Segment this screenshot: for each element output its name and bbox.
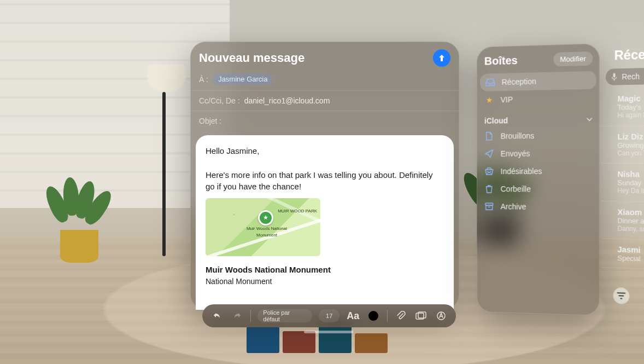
body-paragraph: Here's more info on that park I was tell… — [206, 169, 444, 193]
cc-from-field[interactable]: Cc/Cci, De : daniel_rico1@icloud.com — [190, 91, 459, 111]
mailbox-archive[interactable]: Archive — [477, 198, 600, 216]
text-color-button[interactable] — [366, 309, 380, 323]
mailboxes-title: Boîtes — [484, 54, 518, 68]
map-pin-label: Muir Woods National Monument — [245, 226, 289, 238]
archive-icon — [484, 203, 494, 210]
mailbox-label: Indésirables — [501, 167, 542, 176]
search-placeholder: Rech — [622, 72, 639, 81]
from-address: daniel_rico1@icloud.com — [244, 96, 330, 105]
junk-icon — [484, 167, 494, 175]
text-style-button[interactable]: Aa — [346, 309, 360, 323]
compose-title: Nouveau message — [199, 51, 305, 65]
account-name: iCloud — [484, 116, 508, 125]
paperplane-icon — [484, 149, 494, 158]
microphone-icon — [611, 72, 618, 81]
mailbox-label: VIP — [501, 95, 513, 105]
to-field[interactable]: À : Jasmine Garcia — [190, 68, 459, 91]
body-greeting: Hello Jasmine, — [206, 145, 444, 157]
mailbox-sent[interactable]: Envoyés — [477, 144, 600, 163]
mailbox-label: Envoyés — [501, 149, 530, 158]
map-park-label: MUIR WOOD PARK — [278, 208, 317, 215]
map-attachment[interactable]: MUIR WOOD PARK ★ Muir Woods National Mon… — [206, 198, 320, 256]
search-field[interactable]: Rech — [606, 67, 644, 85]
mailbox-label: Réception — [502, 77, 536, 86]
font-size-picker[interactable]: 17 — [319, 309, 339, 322]
map-pin-icon: ★ — [258, 210, 273, 226]
cc-label: Cc/Cci, De : — [199, 96, 240, 105]
message-preview: Hi again breathta — [617, 111, 644, 120]
message-item[interactable]: Nisha Sunday Hey Da lunch o — [601, 164, 644, 203]
undo-icon — [212, 311, 222, 321]
redo-button[interactable] — [230, 309, 244, 323]
inbox-icon — [485, 78, 495, 86]
mailbox-trash[interactable]: Corbeille — [477, 180, 600, 198]
edit-button[interactable]: Modifier — [553, 51, 593, 67]
color-swatch-icon — [368, 311, 378, 321]
paperclip-icon — [396, 311, 406, 321]
message-subject: Today's — [617, 102, 644, 111]
recipient-chip[interactable]: Jasmine Garcia — [213, 73, 273, 85]
send-button[interactable] — [433, 49, 450, 67]
filter-button[interactable] — [613, 287, 630, 304]
message-item[interactable]: Magic Today's Hi again breathta — [601, 87, 644, 126]
to-label: À : — [199, 75, 208, 84]
message-item[interactable]: Jasmi Special — [601, 239, 644, 271]
star-icon: ★ — [484, 95, 494, 104]
divider — [250, 310, 251, 322]
inbox-title: Réce — [601, 42, 644, 69]
font-picker[interactable]: Police par défaut — [257, 309, 312, 322]
markup-button[interactable] — [435, 309, 448, 323]
attachment-title: Muir Woods National Monument — [206, 264, 444, 276]
compose-window: Nouveau message À : Jasmine Garcia Cc/Cc… — [190, 42, 459, 310]
message-sender: Magic — [617, 93, 644, 103]
document-icon — [484, 132, 494, 141]
redo-icon — [232, 311, 242, 321]
mailbox-inbox[interactable]: Réception — [480, 71, 596, 91]
inbox-panel: Réce Rech Magic Today's Hi again breatht… — [601, 42, 644, 271]
mailbox-vip[interactable]: ★ VIP — [477, 89, 600, 109]
svg-rect-4 — [613, 73, 616, 77]
message-preview: Hey Da lunch o — [617, 187, 644, 196]
message-subject: Sunday — [617, 178, 644, 187]
message-subject: Growing — [617, 141, 644, 149]
plant-left — [44, 175, 109, 263]
subject-label: Objet : — [199, 117, 221, 125]
mailbox-junk[interactable]: Indésirables — [477, 162, 600, 180]
trash-icon — [484, 184, 494, 193]
photos-icon — [415, 311, 426, 320]
message-sender: Nisha — [617, 169, 644, 179]
divider — [387, 310, 388, 322]
mailbox-label: Brouillons — [501, 131, 535, 141]
mailbox-label: Archive — [501, 202, 526, 211]
undo-button[interactable] — [210, 309, 224, 323]
mailbox-drafts[interactable]: Brouillons — [477, 126, 600, 145]
format-toolbar: Police par défaut 17 Aa — [202, 304, 456, 327]
message-preview: Danny, so muc — [617, 224, 644, 235]
compose-body[interactable]: Hello Jasmine, Here's more info on that … — [196, 135, 454, 310]
insert-photo-button[interactable] — [414, 309, 428, 323]
floor-lamp — [148, 65, 180, 273]
filter-icon — [617, 292, 625, 299]
message-subject: Special — [617, 254, 644, 264]
chevron-down-icon — [586, 116, 593, 123]
message-item[interactable]: Liz Diz Growing Can you Thanks — [601, 125, 644, 164]
message-preview: Can you Thanks — [617, 149, 644, 158]
attachment-subtitle: National Monument — [206, 276, 444, 287]
mailboxes-panel: Boîtes Modifier Réception ★ VIP iCloud B… — [477, 43, 600, 316]
attach-button[interactable] — [394, 309, 408, 323]
subject-field[interactable]: Objet : — [190, 111, 459, 131]
markup-icon — [436, 311, 446, 321]
message-item[interactable]: Xiaom Dinner a Danny, so muc — [601, 201, 644, 241]
message-sender: Liz Diz — [617, 131, 644, 141]
mailbox-label: Corbeille — [501, 184, 531, 193]
account-section[interactable]: iCloud — [477, 107, 600, 128]
arrow-up-icon — [437, 54, 446, 62]
window-grabber[interactable] — [304, 331, 353, 333]
